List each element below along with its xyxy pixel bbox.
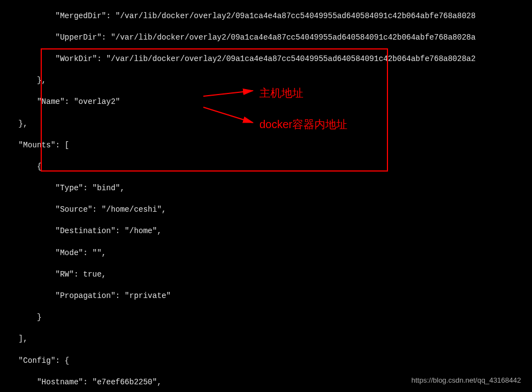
code-line: "Propagation": "rprivate" xyxy=(0,291,532,302)
code-line: "Config": { xyxy=(0,356,532,367)
code-line: "Destination": "/home", xyxy=(0,226,532,237)
terminal-output: "MergedDir": "/var/lib/docker/overlay2/0… xyxy=(0,0,532,392)
code-line: }, xyxy=(0,75,532,86)
code-line: "UpperDir": "/var/lib/docker/overlay2/09… xyxy=(0,32,532,43)
code-line: "Mounts": [ xyxy=(0,140,532,151)
code-line: "Source": "/home/ceshi", xyxy=(0,205,532,216)
code-line: { xyxy=(0,162,532,173)
code-line: "WorkDir": "/var/lib/docker/overlay2/09a… xyxy=(0,54,532,65)
code-line: } xyxy=(0,312,532,323)
annotation-host-address: 主机地址 xyxy=(259,85,303,101)
code-line: "RW": true, xyxy=(0,269,532,280)
annotation-container-address: docker容器内地址 xyxy=(259,117,347,132)
code-line: "Mode": "", xyxy=(0,248,532,259)
code-line: "MergedDir": "/var/lib/docker/overlay2/0… xyxy=(0,11,532,22)
code-line: "Type": "bind", xyxy=(0,183,532,194)
code-line: ], xyxy=(0,334,532,345)
watermark: https://blog.csdn.net/qq_43168442 xyxy=(412,376,522,385)
